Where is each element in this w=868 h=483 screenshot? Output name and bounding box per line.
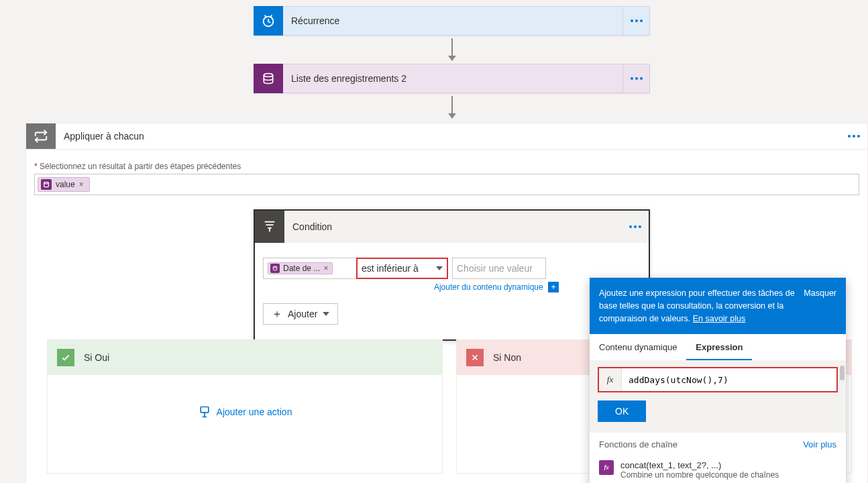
expression-popup: Ajoutez une expression pour effectuer de… <box>590 278 846 483</box>
expression-input-wrap: fx <box>598 367 838 392</box>
token-label: value <box>56 180 75 189</box>
condition-title: Condition <box>292 221 332 232</box>
add-action-icon <box>198 405 211 419</box>
token-label: Date de ... <box>283 264 320 273</box>
recurrence-menu[interactable] <box>623 6 650 36</box>
condition-menu[interactable] <box>622 211 649 243</box>
recurrence-card[interactable]: Récurrence <box>254 6 650 36</box>
svg-point-3 <box>273 266 276 268</box>
more-icon <box>629 225 641 228</box>
condition-operator-select[interactable]: est inférieur à <box>356 258 448 279</box>
list-records-menu[interactable] <box>623 64 650 93</box>
right-placeholder: Choisir une valeur <box>457 263 533 274</box>
more-icon <box>848 135 860 138</box>
add-button-label: Ajouter <box>288 309 317 319</box>
cross-icon <box>466 349 484 366</box>
if-yes-branch: Si Oui Ajouter une action <box>47 339 443 474</box>
operator-label: est inférieur à <box>362 263 419 274</box>
select-output-label: * Sélectionnez un résultat à partir des … <box>34 162 859 171</box>
connector-arrow <box>451 96 453 115</box>
list-records-label: Liste des enregistrements 2 <box>291 73 406 84</box>
date-token[interactable]: Date de ... × <box>268 262 333 274</box>
apply-each-card[interactable]: Appliquer à chacun <box>25 123 868 150</box>
mask-button[interactable]: Masquer <box>804 287 836 325</box>
condition-left-field[interactable]: Date de ... × <box>263 258 357 279</box>
apply-each-title: Appliquer à chacun <box>64 131 144 142</box>
function-signature: concat(text_1, text_2?, ...) <box>620 460 779 470</box>
function-item-concat[interactable]: fx concat(text_1, text_2?, ...) Combine … <box>590 456 846 483</box>
see-more-link[interactable]: Voir plus <box>803 439 836 449</box>
plus-badge-icon[interactable]: + <box>548 282 559 292</box>
chevron-down-icon <box>436 266 443 270</box>
database-icon <box>41 179 52 190</box>
condition-right-field[interactable]: Choisir une valeur <box>452 258 546 279</box>
if-yes-title: Si Oui <box>84 352 109 363</box>
learn-more-link[interactable]: En savoir plus <box>693 314 746 323</box>
more-icon <box>631 77 643 80</box>
loop-icon <box>26 123 56 149</box>
scrollbar-thumb[interactable] <box>840 366 845 380</box>
fx-icon: fx <box>599 368 622 391</box>
tab-dynamic-content[interactable]: Contenu dynamique <box>590 334 686 360</box>
expression-input[interactable] <box>622 375 836 385</box>
svg-point-1 <box>264 74 272 77</box>
functions-section-title: Fonctions de chaîne <box>599 439 677 449</box>
required-star: * <box>34 162 38 171</box>
popup-tabs: Contenu dynamique Expression <box>590 334 846 360</box>
functions-section-header: Fonctions de chaîne Voir plus <box>590 433 846 456</box>
list-records-card[interactable]: Liste des enregistrements 2 <box>254 64 650 93</box>
apply-each-menu[interactable] <box>840 123 867 149</box>
database-icon <box>270 264 280 273</box>
if-no-title: Si Non <box>493 352 521 363</box>
check-icon <box>57 349 74 366</box>
tab-expression[interactable]: Expression <box>686 334 752 360</box>
connector-arrow <box>451 38 453 57</box>
add-action-button[interactable]: Ajouter une action <box>198 405 292 419</box>
add-action-label: Ajouter une action <box>217 407 292 417</box>
popup-header: Ajoutez une expression pour effectuer de… <box>590 278 846 334</box>
token-remove[interactable]: × <box>79 180 84 189</box>
more-icon <box>631 19 643 22</box>
svg-point-2 <box>44 182 49 184</box>
fx-icon: fx <box>599 460 614 475</box>
if-yes-header[interactable]: Si Oui <box>48 340 442 375</box>
add-dynamic-row: Ajouter du contenu dynamique + <box>263 282 641 292</box>
add-dynamic-link[interactable]: Ajouter du contenu dynamique <box>434 282 543 292</box>
recurrence-label: Récurrence <box>291 15 339 26</box>
database-icon <box>254 64 283 93</box>
clock-icon <box>254 6 283 36</box>
ok-button[interactable]: OK <box>598 400 646 422</box>
chevron-down-icon <box>323 312 329 316</box>
svg-rect-4 <box>201 407 209 413</box>
select-output-field[interactable]: value × <box>34 174 859 195</box>
condition-icon <box>255 211 284 243</box>
token-remove[interactable]: × <box>323 264 328 273</box>
function-description: Combine un nombre quelconque de chaînes <box>620 470 779 480</box>
add-condition-button[interactable]: ＋ Ajouter <box>263 303 338 325</box>
plus-icon: ＋ <box>272 307 282 321</box>
value-token[interactable]: value × <box>38 177 90 192</box>
